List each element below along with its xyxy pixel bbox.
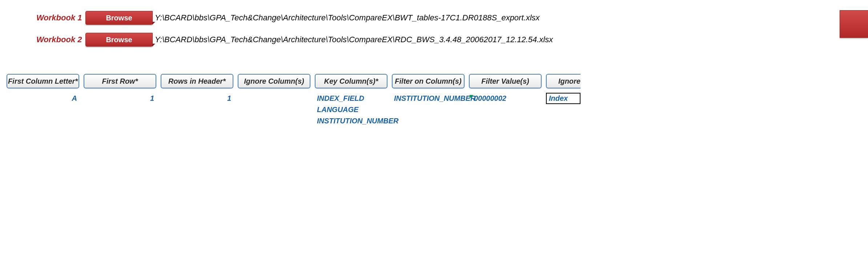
header-first-row[interactable]: First Row* xyxy=(84,74,156,88)
value-ignore-partial-cell[interactable]: Index xyxy=(546,93,580,104)
header-ignore-partial[interactable]: Ignore xyxy=(546,74,580,88)
workbook-1-row: Workbook 1 Browse Y:\BCARD\bbs\GPA_Tech&… xyxy=(36,11,868,25)
col-filter-on-columns: Filter on Column(s) INSTITUTION_NUMBER xyxy=(392,74,465,128)
header-first-column-letter[interactable]: First Column Letter* xyxy=(7,74,79,88)
value-filter-values[interactable]: 00000002 xyxy=(469,94,542,103)
value-key-columns-3[interactable]: INSTITUTION_NUMBER xyxy=(315,117,387,125)
browse-button-1-text: Browse xyxy=(106,14,132,22)
workbook-1-label: Workbook 1 xyxy=(36,13,85,23)
col-first-row: First Row* 1 xyxy=(84,74,156,128)
browse-button-2[interactable]: Browse xyxy=(85,33,153,47)
value-key-columns-1[interactable]: INDEX_FIELD xyxy=(315,94,387,103)
value-first-column-letter[interactable]: A xyxy=(7,94,79,103)
value-filter-values-text: 00000002 xyxy=(474,94,506,102)
workbook-2-label: Workbook 2 xyxy=(36,35,85,44)
header-key-columns[interactable]: Key Column(s)* xyxy=(315,74,387,88)
workbook-2-path: Y:\BCARD\bbs\GPA_Tech&Change\Architectur… xyxy=(155,35,553,44)
header-filter-on-columns[interactable]: Filter on Column(s) xyxy=(392,74,465,88)
cell-marker-icon xyxy=(470,95,473,99)
browse-button-1[interactable]: Browse xyxy=(85,11,153,25)
workbook-2-row: Workbook 2 Browse Y:\BCARD\bbs\GPA_Tech&… xyxy=(36,33,868,47)
col-first-column-letter: First Column Letter* A xyxy=(7,74,79,128)
col-ignore-partial: Ignore Index xyxy=(546,74,580,128)
browse-button-2-text: Browse xyxy=(106,36,132,44)
header-ignore-columns[interactable]: Ignore Column(s) xyxy=(238,74,310,88)
col-key-columns: Key Column(s)* INDEX_FIELD LANGUAGE INST… xyxy=(315,74,387,128)
value-ignore-partial-text: Index xyxy=(549,94,568,102)
col-rows-in-header: Rows in Header* 1 xyxy=(161,74,233,128)
workbook-section: Workbook 1 Browse Y:\BCARD\bbs\GPA_Tech&… xyxy=(0,0,868,47)
col-filter-values: Filter Value(s) 00000002 xyxy=(469,74,542,128)
header-rows-in-header[interactable]: Rows in Header* xyxy=(161,74,233,88)
value-filter-on-columns[interactable]: INSTITUTION_NUMBER xyxy=(392,94,465,103)
workbook-1-path: Y:\BCARD\bbs\GPA_Tech&Change\Architectur… xyxy=(155,13,540,23)
value-rows-in-header[interactable]: 1 xyxy=(161,94,233,103)
columns-section: First Column Letter* A First Row* 1 Rows… xyxy=(0,74,868,128)
action-button[interactable] xyxy=(840,10,868,38)
value-key-columns-2[interactable]: LANGUAGE xyxy=(315,106,387,114)
header-filter-values[interactable]: Filter Value(s) xyxy=(469,74,542,88)
col-ignore-columns: Ignore Column(s) xyxy=(238,74,310,128)
value-first-row[interactable]: 1 xyxy=(84,94,156,103)
